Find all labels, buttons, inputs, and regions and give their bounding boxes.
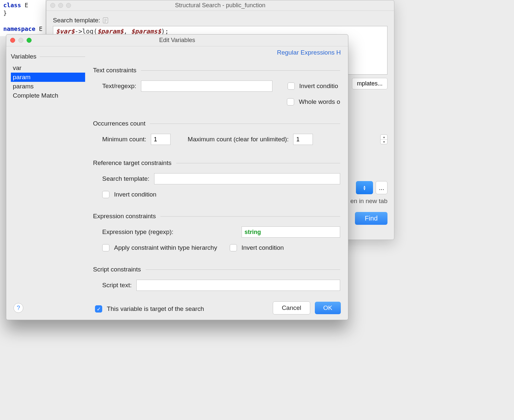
svg-rect-0 <box>103 18 108 23</box>
regex-help-link[interactable]: Regular Expressions H <box>277 49 341 56</box>
cancel-button[interactable]: Cancel <box>273 301 310 315</box>
section-occurrences: Occurrences count <box>93 120 145 127</box>
section-script: Script constraints <box>93 266 141 273</box>
script-text-label: Script text: <box>102 282 132 289</box>
edit-variables-window: Edit Variables Regular Expressions H Var… <box>6 34 348 320</box>
close-icon[interactable] <box>50 3 55 8</box>
minimize-icon[interactable] <box>18 38 23 43</box>
find-button[interactable]: Find <box>355 212 387 225</box>
variables-list[interactable]: var param params Complete Match <box>11 63 85 100</box>
ref-search-template-input[interactable] <box>154 173 340 184</box>
section-text-constraints: Text constraints <box>93 67 136 74</box>
chevron-up-icon[interactable]: ▴ <box>381 135 387 140</box>
invert-condition-checkbox[interactable] <box>288 82 295 90</box>
minimize-icon[interactable] <box>58 3 63 8</box>
maximum-count-label: Maximum count (clear for unlimited): <box>188 136 289 143</box>
whole-words-label: Whole words o <box>299 98 340 105</box>
scope-select-wrap: ▴▾ ... <box>356 181 387 194</box>
ev-titlebar: Edit Variables <box>6 35 348 46</box>
apply-hierarchy-checkbox[interactable] <box>102 244 109 251</box>
chevron-down-icon[interactable]: ▾ <box>381 140 387 144</box>
variable-item-complete-match[interactable]: Complete Match <box>11 91 85 100</box>
variables-panel: Variables var param params Complete Matc… <box>6 46 85 320</box>
minimum-count-label: Minimum count: <box>102 136 146 143</box>
invert-condition-label: Invert conditio <box>299 82 338 90</box>
scope-ellipsis-button[interactable]: ... <box>376 181 387 194</box>
help-icon[interactable]: ? <box>13 303 23 313</box>
ok-button[interactable]: OK <box>315 302 341 314</box>
open-in-new-tab-label: en in new tab <box>350 198 387 205</box>
expr-invert-checkbox[interactable] <box>230 244 237 251</box>
text-regexp-label: Text/regexp: <box>102 82 136 90</box>
document-icon <box>103 17 108 24</box>
text-regexp-input[interactable] <box>141 81 272 92</box>
code-keyword: namespace <box>3 25 35 32</box>
ss-window-title: Structural Search - public_function <box>175 2 265 9</box>
zoom-icon[interactable] <box>66 3 71 8</box>
minimum-count-input[interactable] <box>151 134 171 145</box>
apply-hierarchy-label: Apply constraint within type hierarchy <box>114 244 217 251</box>
variable-item-params[interactable]: params <box>11 82 85 91</box>
traffic-lights <box>50 3 71 8</box>
constraints-form: Text constraints Text/regexp: Invert con… <box>85 46 348 320</box>
templates-button[interactable]: mplates... <box>352 78 387 89</box>
variable-item-var[interactable]: var <box>11 63 85 73</box>
expr-invert-label: Invert condition <box>242 244 284 251</box>
traffic-lights <box>10 38 32 43</box>
maximum-count-input[interactable] <box>293 134 313 145</box>
number-stepper[interactable]: ▴ ▾ <box>380 134 387 144</box>
whole-words-checkbox[interactable] <box>287 98 294 105</box>
expression-type-input[interactable] <box>242 226 340 238</box>
section-expression: Expression constraints <box>93 213 156 220</box>
code-editor: class E } namespace E class E <box>0 0 46 36</box>
section-reference: Reference target constraints <box>93 159 172 167</box>
scope-dropdown[interactable]: ▴▾ <box>356 181 373 194</box>
ev-window-title: Edit Variables <box>159 37 195 44</box>
code-keyword: class <box>3 2 21 9</box>
search-template-label: Search template: <box>53 17 100 24</box>
ss-titlebar: Structural Search - public_function <box>46 0 394 11</box>
ref-search-template-label: Search template: <box>102 175 150 182</box>
variable-item-param[interactable]: param <box>11 73 85 82</box>
dialog-footer: ? Cancel OK <box>6 301 348 315</box>
templates-button-wrap: mplates... <box>352 78 387 89</box>
expression-type-label: Expression type (regexp): <box>102 228 237 236</box>
close-icon[interactable] <box>10 38 15 43</box>
ref-invert-checkbox[interactable] <box>102 191 109 198</box>
script-text-input[interactable] <box>136 280 340 291</box>
variables-section-label: Variables <box>11 53 36 60</box>
divider <box>40 57 85 57</box>
zoom-icon[interactable] <box>27 38 32 43</box>
ref-invert-label: Invert condition <box>114 191 156 198</box>
